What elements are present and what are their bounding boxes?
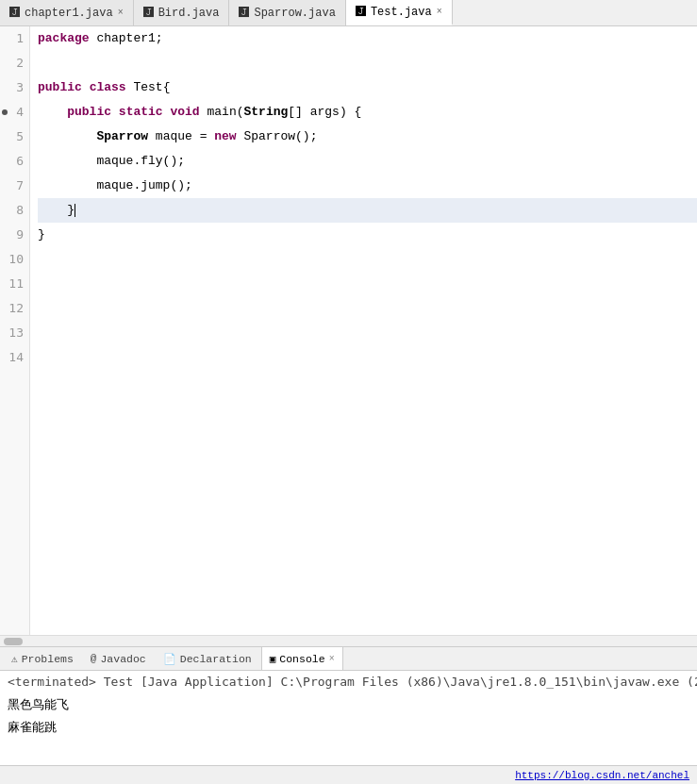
declaration-icon: 📄 — [163, 653, 176, 665]
panel-tab-problems-label: Problems — [22, 653, 74, 665]
tab-chapter1[interactable]: 🅹 chapter1.java × — [0, 0, 134, 25]
editor-area: 1 2 3 4 5 6 7 8 9 10 11 12 13 14 package… — [0, 26, 697, 646]
line-num-1: 1 — [0, 26, 29, 51]
code-container[interactable]: 1 2 3 4 5 6 7 8 9 10 11 12 13 14 package… — [0, 26, 697, 635]
panel-tab-declaration[interactable]: 📄 Declaration — [156, 647, 259, 670]
tab-chapter1-label: chapter1.java — [25, 7, 113, 20]
line-num-11: 11 — [0, 272, 29, 296]
code-line-10 — [38, 247, 697, 272]
panel-tab-console[interactable]: ▣ Console × — [261, 647, 343, 670]
line-num-2: 2 — [0, 51, 29, 75]
java-file-icon: 🅹 — [9, 7, 20, 19]
line-num-14: 14 — [0, 345, 29, 370]
problems-icon: ⚠ — [11, 653, 18, 665]
tab-sparrow-label: Sparrow.java — [254, 7, 335, 20]
status-bar[interactable]: https://blog.csdn.net/anchel — [0, 765, 697, 784]
code-line-9: } — [38, 223, 697, 247]
horizontal-scrollbar[interactable] — [0, 635, 697, 646]
tab-sparrow[interactable]: 🅹 Sparrow.java — [229, 0, 345, 25]
status-link[interactable]: https://blog.csdn.net/anchel — [515, 770, 689, 781]
console-terminated-line: <terminated> Test [Java Application] C:\… — [0, 671, 697, 693]
java-file-icon-test: 🅹 — [356, 6, 366, 18]
java-file-icon-bird: 🅹 — [143, 7, 154, 19]
console-icon: ▣ — [270, 653, 276, 665]
code-line-14 — [38, 345, 697, 370]
panel-tab-javadoc[interactable]: @ Javadoc — [83, 647, 154, 670]
tab-bar: 🅹 chapter1.java × 🅹 Bird.java 🅹 Sparrow.… — [0, 0, 697, 26]
tab-bird[interactable]: 🅹 Bird.java — [134, 0, 230, 25]
panel-tab-console-close[interactable]: × — [329, 654, 335, 664]
panel-tab-problems[interactable]: ⚠ Problems — [4, 647, 81, 670]
code-lines[interactable]: package chapter1; public class Test{ pub… — [30, 26, 697, 635]
tab-test-label: Test.java — [371, 6, 432, 19]
code-line-13 — [38, 321, 697, 345]
line-num-3: 3 — [0, 75, 29, 100]
panel-tab-javadoc-label: Javadoc — [100, 653, 145, 665]
code-line-2 — [38, 51, 697, 75]
code-line-6: maque.fly(); — [38, 149, 697, 174]
console-panel: <terminated> Test [Java Application] C:\… — [0, 671, 697, 765]
console-output-line2: 麻雀能跳 — [0, 716, 697, 739]
line-num-10: 10 — [0, 247, 29, 272]
console-output-line1: 黑色鸟能飞 — [0, 693, 697, 716]
code-line-11 — [38, 272, 697, 296]
code-line-5: Sparrow maque = new Sparrow(); — [38, 125, 697, 149]
code-line-1: package chapter1; — [38, 26, 697, 51]
code-line-12 — [38, 296, 697, 321]
line-num-9: 9 — [0, 223, 29, 247]
tab-test[interactable]: 🅹 Test.java × — [346, 0, 453, 25]
javadoc-icon: @ — [91, 653, 97, 664]
line-num-13: 13 — [0, 321, 29, 345]
line-num-7: 7 — [0, 174, 29, 198]
code-line-3: public class Test{ — [38, 75, 697, 100]
tab-bird-label: Bird.java — [158, 7, 220, 20]
panel-tab-declaration-label: Declaration — [180, 653, 252, 665]
line-num-6: 6 — [0, 149, 29, 174]
line-numbers: 1 2 3 4 5 6 7 8 9 10 11 12 13 14 — [0, 26, 30, 635]
scrollbar-thumb[interactable] — [4, 638, 23, 645]
line-num-5: 5 — [0, 125, 29, 149]
panel-tabbar: ⚠ Problems @ Javadoc 📄 Declaration ▣ Con… — [0, 646, 697, 671]
tab-chapter1-close[interactable]: × — [118, 8, 124, 18]
java-file-icon-sparrow: 🅹 — [239, 7, 249, 19]
code-line-4: public static void main(String[] args) { — [38, 100, 697, 125]
line-num-12: 12 — [0, 296, 29, 321]
code-line-7: maque.jump(); — [38, 174, 697, 198]
panel-tab-console-label: Console — [279, 653, 324, 665]
line-num-8: 8 — [0, 198, 29, 223]
code-line-8: } — [38, 198, 697, 223]
line-num-4: 4 — [0, 100, 29, 125]
tab-test-close[interactable]: × — [437, 7, 442, 17]
